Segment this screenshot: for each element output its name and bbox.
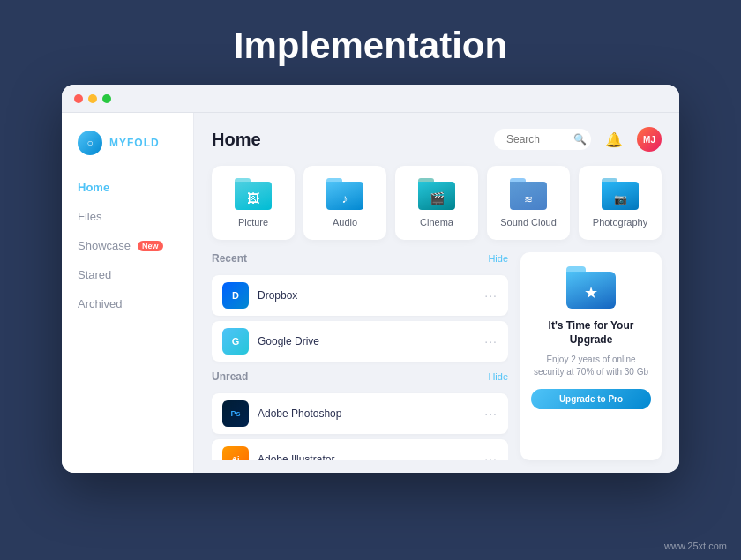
sidebar-item-home[interactable]: Home <box>62 173 193 202</box>
dropbox-icon: D <box>222 282 249 309</box>
sidebar-item-stared-label: Stared <box>78 268 111 281</box>
upgrade-panel: ★ It's Time for Your Upgrade Enjoy 2 yea… <box>520 252 662 460</box>
file-googledrive[interactable]: G Google Drive ··· <box>212 321 508 362</box>
main-header: Home 🔍 🔔 MJ <box>194 113 679 161</box>
dropbox-more[interactable]: ··· <box>484 288 498 302</box>
upgrade-folder-icon: ★ <box>566 266 616 309</box>
bell-icon[interactable]: 🔔 <box>602 127 626 152</box>
upgrade-button[interactable]: Upgrade to Pro <box>531 389 651 409</box>
upgrade-star-icon: ★ <box>584 283 598 302</box>
showcase-badge: New <box>138 241 163 251</box>
sidebar-item-showcase-label: Showcase <box>78 239 131 252</box>
folder-photography-icon: 📷 <box>602 178 639 210</box>
folder-cinema-icon: 🎬 <box>418 178 455 210</box>
split-panel: Recent Hide D Dropbox ··· G <box>194 252 679 473</box>
gdrive-more[interactable]: ··· <box>484 334 498 348</box>
photoshop-more[interactable]: ··· <box>484 407 498 421</box>
page-title: Implementation <box>0 0 741 85</box>
sidebar-item-files-label: Files <box>78 210 101 223</box>
close-button[interactable] <box>74 94 83 103</box>
photoshop-icon: Ps <box>222 400 249 427</box>
folder-audio[interactable]: ♪ Audio <box>303 166 386 240</box>
sidebar-item-showcase[interactable]: Showcase New <box>62 231 193 260</box>
search-box[interactable]: 🔍 <box>494 129 591 150</box>
recent-section: Recent Hide D Dropbox ··· G <box>212 252 508 362</box>
folder-audio-label: Audio <box>333 217 357 228</box>
logo-icon: ○ <box>78 131 102 155</box>
upgrade-description: Enjoy 2 years of online security at 70% … <box>531 354 651 378</box>
folder-soundcloud-label: Sound Cloud <box>500 217 557 228</box>
file-illustrator[interactable]: Ai Adobe Illustrator ··· <box>212 439 508 460</box>
folder-cinema-label: Cinema <box>420 217 453 228</box>
left-panel: Recent Hide D Dropbox ··· G <box>212 252 508 460</box>
main-page-title: Home <box>212 130 261 150</box>
main-content: Home 🔍 🔔 MJ 🖼 <box>194 113 679 473</box>
sidebar-item-archived[interactable]: Archived <box>62 289 193 318</box>
folder-soundcloud[interactable]: ≋ Sound Cloud <box>487 166 570 240</box>
photoshop-label: Adobe Photoshop <box>258 407 475 420</box>
minimize-button[interactable] <box>88 94 97 103</box>
sidebar: ○ MYFOLD Home Files Showcase New Stared … <box>62 113 194 473</box>
folder-soundcloud-icon: ≋ <box>510 178 547 210</box>
watermark: www.25xt.com <box>664 541 727 551</box>
folder-picture-label: Picture <box>238 217 268 228</box>
logo-area: ○ MYFOLD <box>62 131 193 173</box>
folder-picture-icon: 🖼 <box>235 178 272 210</box>
recent-header: Recent Hide <box>212 252 508 265</box>
unread-header: Unread Hide <box>212 370 508 383</box>
sidebar-item-home-label: Home <box>78 181 109 194</box>
gdrive-label: Google Drive <box>258 335 475 347</box>
illustrator-icon: Ai <box>222 446 249 460</box>
sidebar-item-stared[interactable]: Stared <box>62 260 193 289</box>
title-bar <box>62 85 679 113</box>
search-input[interactable] <box>506 133 568 146</box>
header-right: 🔍 🔔 MJ <box>494 127 662 152</box>
file-dropbox[interactable]: D Dropbox ··· <box>212 275 508 316</box>
upgrade-title: It's Time for Your Upgrade <box>531 319 651 347</box>
app-window: ○ MYFOLD Home Files Showcase New Stared … <box>62 85 679 473</box>
folder-cinema[interactable]: 🎬 Cinema <box>395 166 478 240</box>
sidebar-item-files[interactable]: Files <box>62 202 193 231</box>
file-photoshop[interactable]: Ps Adobe Photoshop ··· <box>212 393 508 434</box>
app-body: ○ MYFOLD Home Files Showcase New Stared … <box>62 113 679 473</box>
dropbox-label: Dropbox <box>258 289 475 302</box>
folder-picture[interactable]: 🖼 Picture <box>212 166 295 240</box>
illustrator-more[interactable]: ··· <box>484 452 498 460</box>
avatar[interactable]: MJ <box>637 127 662 152</box>
folder-grid: 🖼 Picture ♪ Audio 🎬 <box>194 161 679 252</box>
search-icon: 🔍 <box>573 133 587 146</box>
gdrive-icon: G <box>222 328 249 355</box>
unread-hide[interactable]: Hide <box>488 371 508 382</box>
unread-section: Unread Hide Ps Adobe Photoshop ··· <box>212 370 508 460</box>
folder-photography-label: Photography <box>593 217 647 228</box>
illustrator-label: Adobe Illustrator <box>258 453 475 460</box>
maximize-button[interactable] <box>102 94 111 103</box>
folder-photography[interactable]: 📷 Photography <box>579 166 662 240</box>
sidebar-item-archived-label: Archived <box>78 297 123 310</box>
unread-title: Unread <box>212 370 248 383</box>
traffic-lights <box>74 94 111 103</box>
recent-title: Recent <box>212 252 247 265</box>
recent-hide[interactable]: Hide <box>488 253 508 264</box>
folder-audio-icon: ♪ <box>326 178 363 210</box>
logo-text: MYFOLD <box>109 137 160 149</box>
